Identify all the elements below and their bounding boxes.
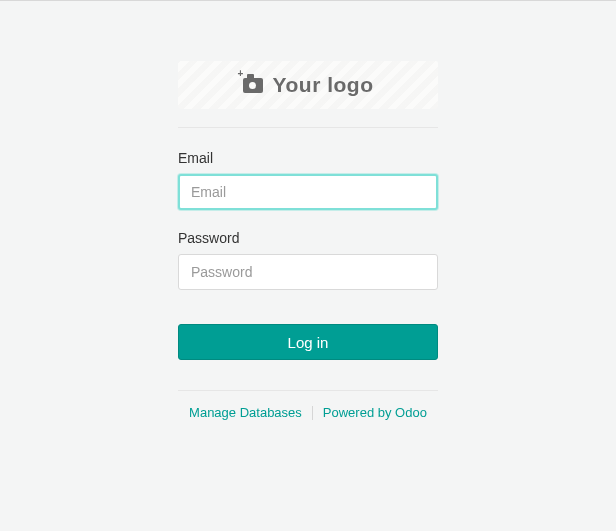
divider: [178, 127, 438, 128]
divider: [178, 390, 438, 391]
email-input[interactable]: [178, 174, 438, 210]
logo-placeholder-text: Your logo: [273, 73, 374, 97]
manage-databases-link[interactable]: Manage Databases: [179, 405, 312, 420]
password-label: Password: [178, 230, 438, 246]
powered-by-link[interactable]: Powered by Odoo: [313, 405, 437, 420]
footer-links: Manage Databases Powered by Odoo: [178, 405, 438, 420]
password-input[interactable]: [178, 254, 438, 290]
password-group: Password: [178, 230, 438, 290]
email-group: Email: [178, 150, 438, 210]
camera-add-icon: +: [243, 78, 263, 93]
logo-placeholder[interactable]: + Your logo: [178, 61, 438, 109]
login-card: + Your logo Email Password Log in Manage…: [178, 61, 438, 420]
login-button[interactable]: Log in: [178, 324, 438, 360]
email-label: Email: [178, 150, 438, 166]
